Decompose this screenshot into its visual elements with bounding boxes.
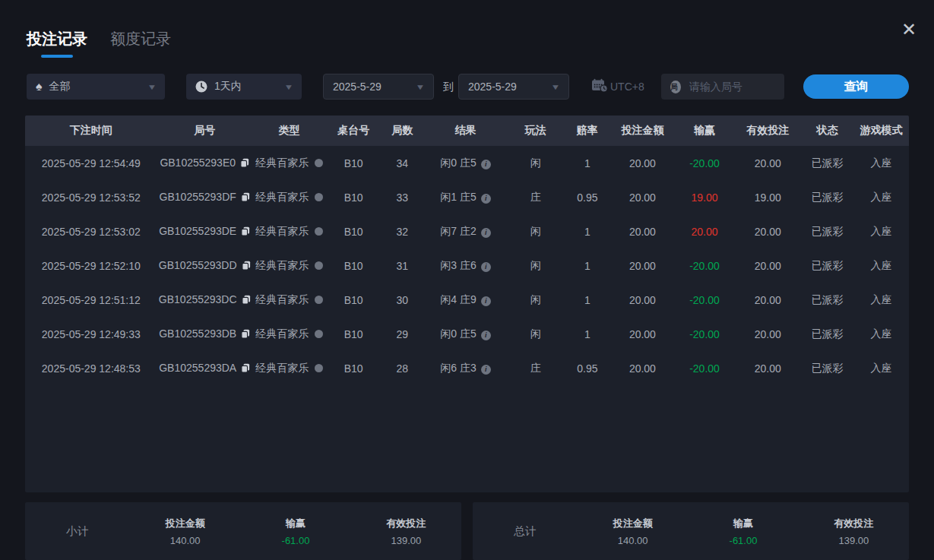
game-type-select[interactable]: ♠ 全部 ▼ — [27, 74, 165, 100]
date-to-value: 2025-5-29 — [468, 81, 517, 93]
info-icon[interactable]: i — [481, 365, 491, 375]
table-no-cell: B10 — [327, 351, 381, 385]
game-dot-icon — [315, 330, 323, 338]
valid-bet-cell-text: 19.00 — [755, 191, 781, 204]
info-icon[interactable]: i — [481, 331, 491, 340]
copy-icon[interactable] — [241, 192, 250, 204]
win-loss-cell: 19.00 — [675, 180, 735, 214]
column-header: 输赢 — [675, 115, 735, 146]
game-mode-cell-text: 入座 — [870, 259, 891, 271]
table-body: 2025-05-29 12:54:49GB10255293E0经典百家乐B103… — [25, 146, 909, 385]
status-cell-text: 已派彩 — [811, 191, 843, 203]
status-cell: 已派彩 — [801, 283, 853, 317]
game-mode-cell-text: 入座 — [870, 191, 891, 203]
win-loss-cell: 20.00 — [675, 214, 735, 248]
play-type-cell-text: 闲 — [530, 293, 541, 305]
game-type-cell: 经典百家乐 — [252, 180, 327, 214]
win-loss-cell-text: -20.00 — [689, 157, 720, 169]
round-no-cell: 34 — [381, 146, 424, 180]
copy-icon[interactable] — [241, 329, 250, 341]
round-id-cell: GB10255293DA — [157, 351, 252, 385]
game-mode-cell-text: 入座 — [870, 225, 891, 237]
result-cell: 闲1 庄5i — [424, 180, 507, 214]
bet-amount-cell-text: 20.00 — [629, 260, 656, 272]
date-from-select[interactable]: 2025-5-29 ▼ — [323, 74, 434, 100]
game-type-cell-text: 经典百家乐 — [255, 259, 309, 271]
bet-amount-cell: 20.00 — [610, 317, 674, 351]
info-icon[interactable]: i — [481, 194, 491, 204]
round-no-cell: 30 — [381, 283, 424, 317]
copy-icon[interactable] — [242, 261, 251, 273]
odds-cell-text: 1 — [584, 260, 590, 272]
tab-quota-records-label: 额度记录 — [110, 30, 171, 47]
bet-amount-cell: 20.00 — [610, 180, 674, 214]
odds-cell: 0.95 — [565, 180, 611, 214]
valid-bet-cell-text: 20.00 — [755, 328, 781, 340]
win-loss-cell-text: 20.00 — [691, 226, 717, 238]
play-type-cell: 闲 — [507, 283, 564, 317]
close-icon[interactable]: ✕ — [899, 20, 919, 40]
bet-time-cell: 2025-05-29 12:54:49 — [25, 146, 157, 180]
copy-icon[interactable] — [240, 158, 249, 170]
win-loss-cell: -20.00 — [675, 283, 735, 317]
game-dot-icon — [315, 296, 323, 304]
total-bet-label: 投注金额 — [578, 517, 688, 530]
time-range-select[interactable]: 1天内 ▼ — [186, 74, 302, 100]
round-no-cell-text: 29 — [396, 328, 408, 340]
game-mode-cell: 入座 — [853, 351, 909, 385]
info-icon[interactable]: i — [481, 228, 491, 238]
query-button[interactable]: 查询 — [803, 74, 909, 99]
round-search-input[interactable] — [688, 80, 775, 93]
copy-icon[interactable] — [241, 363, 250, 375]
round-no-cell: 32 — [381, 214, 424, 248]
status-cell: 已派彩 — [801, 351, 853, 385]
total-valid-stat: 有效投注 139.00 — [799, 517, 909, 546]
valid-bet-cell: 20.00 — [734, 317, 801, 351]
status-cell-text: 已派彩 — [811, 225, 843, 237]
odds-cell-text: 1 — [584, 294, 590, 306]
game-mode-cell: 入座 — [853, 283, 909, 317]
table-no-cell: B10 — [327, 214, 381, 248]
date-to-select[interactable]: 2025-5-29 ▼ — [458, 74, 569, 100]
round-id-cell: GB10255293DC — [157, 283, 252, 317]
game-mode-cell: 入座 — [853, 248, 909, 283]
timezone-label: UTC+8 — [610, 81, 644, 93]
info-icon[interactable]: i — [481, 262, 491, 272]
game-mode-cell: 入座 — [853, 214, 909, 248]
copy-icon[interactable] — [241, 226, 250, 239]
date-range-to-label: 到 — [439, 74, 458, 100]
round-id-cell: GB10255293DD — [157, 248, 252, 283]
column-header: 玩法 — [507, 115, 564, 146]
table-row: 2025-05-29 12:54:49GB10255293E0经典百家乐B103… — [25, 146, 909, 180]
info-icon[interactable]: i — [481, 296, 491, 306]
round-no-cell-text: 32 — [396, 226, 408, 238]
chevron-down-icon: ▼ — [284, 83, 294, 91]
result-cell-text: 闲0 庄5 — [440, 327, 476, 340]
round-id-cell-text: GB10255293DC — [159, 293, 237, 305]
copy-icon[interactable] — [242, 295, 251, 307]
subtotal-valid-value: 139.00 — [351, 535, 461, 546]
valid-bet-cell: 19.00 — [734, 180, 801, 214]
tab-bet-records[interactable]: 投注记录 — [27, 29, 87, 58]
round-no-cell: 28 — [381, 351, 424, 385]
bet-time-cell: 2025-05-29 12:48:53 — [25, 351, 157, 385]
filter-bar: ♠ 全部 ▼ 1天内 ▼ 2025-5-29 ▼ 到 2025-5-29 ▼ — [0, 74, 934, 100]
round-no-cell-text: 31 — [396, 260, 408, 272]
subtotal-winloss-stat: 输赢 -61.00 — [240, 517, 350, 546]
status-cell-text: 已派彩 — [811, 327, 843, 340]
table-no-cell-text: B10 — [344, 191, 363, 204]
info-icon[interactable]: i — [481, 160, 491, 169]
status-cell-text: 已派彩 — [811, 362, 843, 374]
tab-quota-records[interactable]: 额度记录 — [110, 29, 171, 58]
round-no-cell: 31 — [381, 248, 424, 283]
round-search-field[interactable]: 局 — [661, 74, 784, 100]
game-type-cell: 经典百家乐 — [252, 283, 327, 317]
odds-cell-text: 1 — [584, 328, 590, 340]
valid-bet-cell-text: 20.00 — [755, 362, 781, 375]
game-mode-cell-text: 入座 — [870, 362, 891, 374]
table-row: 2025-05-29 12:49:33GB10255293DB经典百家乐B102… — [25, 317, 909, 351]
result-cell-text: 闲0 庄5 — [440, 157, 476, 169]
table-no-cell: B10 — [327, 317, 381, 351]
bet-amount-cell: 20.00 — [610, 351, 674, 385]
chevron-down-icon: ▼ — [416, 83, 426, 91]
